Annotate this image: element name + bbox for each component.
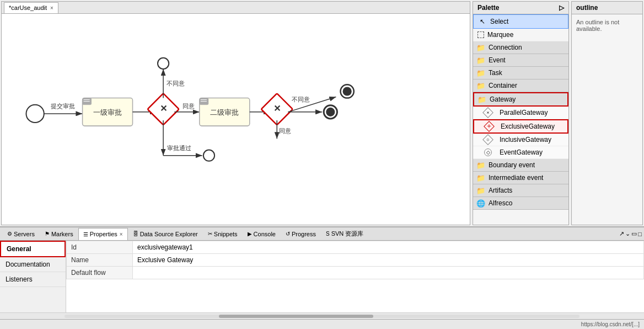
palette-item-event-gateway[interactable]: ◇ EventGateway (473, 146, 568, 159)
section-label-event: Event (489, 56, 506, 64)
tab-snippets[interactable]: ✂ Snippets (203, 228, 243, 240)
props-sidebar-general[interactable]: General (0, 241, 66, 257)
svg-text:提交审批: 提交审批 (51, 103, 75, 109)
tab-datasource[interactable]: 🗄 Data Source Explorer (128, 228, 203, 240)
palette-section-artifacts[interactable]: 📁 Artifacts (473, 184, 568, 197)
section-header-alfresco[interactable]: 🌐 Alfresco (473, 197, 568, 209)
folder-icon-connection: 📁 (476, 43, 485, 52)
scrollbar-thumb[interactable] (219, 315, 373, 318)
palette-section-gateway[interactable]: 📁 Gateway (473, 92, 568, 107)
tab-properties-label: Properties (90, 231, 117, 237)
palette-item-inclusive-gateway[interactable]: ○ InclusiveGateway (473, 134, 568, 146)
panel-toolbar-icon2[interactable]: ⌄ (625, 230, 630, 237)
outline-message: An outline is not available. (576, 19, 619, 32)
section-label-task: Task (489, 69, 502, 77)
snippets-icon: ✂ (208, 231, 212, 237)
svg-text:同意: 同意 (279, 128, 291, 134)
console-icon: ▶ (248, 231, 252, 237)
props-sidebar-listeners[interactable]: Listeners (0, 272, 66, 287)
section-label-artifacts: Artifacts (489, 187, 512, 194)
palette-section-connection[interactable]: 📁 Connection (473, 41, 568, 54)
listeners-label: Listeners (6, 275, 33, 283)
props-input-default-flow[interactable] (137, 269, 639, 277)
editor-tab-label: *carUse_audit (9, 4, 47, 11)
palette-section-alfresco[interactable]: 🌐 Alfresco (473, 197, 568, 210)
props-value-id[interactable] (133, 241, 644, 254)
section-header-connection[interactable]: 📁 Connection (473, 41, 568, 54)
props-main: Id Name Default flow (66, 241, 644, 312)
tab-console[interactable]: ▶ Console (243, 228, 281, 240)
panel-maximize-icon[interactable]: □ (638, 231, 642, 237)
palette-item-marquee[interactable]: Marquee (473, 29, 568, 41)
folder-icon-intermediate: 📁 (476, 173, 485, 182)
documentation-label: Documentation (6, 261, 50, 268)
svg-point-0 (26, 105, 44, 123)
props-row-id: Id (67, 241, 644, 254)
section-header-gateway[interactable]: 📁 Gateway (474, 93, 567, 105)
tab-svn[interactable]: S SVN 资源库 (321, 228, 368, 240)
palette-section-boundary-event[interactable]: 📁 Boundary event (473, 159, 568, 172)
parallel-gateway-icon: + (482, 107, 493, 118)
palette-expand-icon[interactable]: ▷ (559, 4, 564, 12)
folder-icon-boundary: 📁 (476, 161, 485, 169)
section-header-container[interactable]: 📁 Container (473, 79, 568, 92)
tab-properties[interactable]: ☰ Properties × (78, 228, 128, 240)
tab-markers-label: Markers (51, 231, 73, 237)
tab-markers[interactable]: ⚑ Markers (40, 228, 78, 240)
palette-select-label: Select (490, 18, 508, 25)
svg-text:✕: ✕ (160, 103, 167, 113)
properties-close-icon[interactable]: × (120, 231, 123, 237)
event-gateway-icon: ◇ (484, 148, 492, 156)
props-sidebar-documentation[interactable]: Documentation (0, 257, 66, 272)
servers-icon: ⚙ (7, 231, 12, 237)
svg-point-15 (158, 58, 169, 69)
canvas-area[interactable]: 提交审批 一级审批 ✕ 同意 (2, 14, 470, 225)
props-value-name[interactable] (133, 254, 644, 267)
props-table: Id Name Default flow (66, 241, 644, 279)
svg-text:一级审批: 一级审批 (93, 108, 122, 116)
bottom-panel: ⚙ Servers ⚑ Markers ☰ Properties × 🗄 Dat… (0, 226, 644, 319)
folder-icon-event: 📁 (476, 56, 485, 65)
section-header-event[interactable]: 📁 Event (473, 54, 568, 66)
props-input-name[interactable] (137, 256, 639, 264)
tab-progress[interactable]: ↺ Progress (281, 228, 321, 240)
tab-snippets-label: Snippets (214, 231, 238, 237)
tab-datasource-label: Data Source Explorer (140, 231, 198, 237)
folder-icon-gateway: 📁 (477, 95, 486, 104)
status-bar: https://blog.csdn.net/[...] (0, 319, 644, 329)
props-input-id[interactable] (137, 243, 639, 251)
section-header-boundary-event[interactable]: 📁 Boundary event (473, 159, 568, 171)
palette-section-intermediate-event[interactable]: 📁 Intermediate event (473, 172, 568, 184)
palette-section-event[interactable]: 📁 Event (473, 54, 568, 67)
props-value-default-flow[interactable] (133, 267, 644, 279)
tab-servers-label: Servers (14, 231, 35, 237)
panel-toolbar-icon1[interactable]: ↗ (619, 230, 624, 237)
inclusive-gateway-icon: ○ (482, 134, 493, 145)
folder-icon-artifacts: 📁 (476, 186, 485, 195)
tab-console-label: Console (254, 231, 276, 237)
tab-progress-label: Progress (292, 231, 316, 237)
section-header-intermediate-event[interactable]: 📁 Intermediate event (473, 172, 568, 184)
folder-icon-task: 📁 (476, 68, 485, 77)
palette-section-task[interactable]: 📁 Task (473, 67, 568, 79)
palette-marquee-label: Marquee (487, 31, 513, 39)
palette-pane: Palette ▷ ↖ Select Marquee 📁 Connection (473, 1, 569, 225)
panel-minimize-icon[interactable]: ▭ (631, 230, 637, 237)
props-row-default-flow: Default flow (67, 267, 644, 279)
section-label-intermediate-event: Intermediate event (489, 174, 543, 182)
scrollbar-area[interactable] (0, 312, 644, 319)
alfresco-icon: 🌐 (476, 199, 485, 208)
exclusive-gateway-icon: ✕ (484, 121, 495, 132)
palette-item-select[interactable]: ↖ Select (473, 14, 568, 29)
palette-item-parallel-gateway[interactable]: + ParallelGateway (473, 107, 568, 119)
section-label-boundary-event: Boundary event (489, 161, 535, 169)
scrollbar-track (65, 315, 579, 318)
palette-item-exclusive-gateway[interactable]: ✕ ExclusiveGateway (473, 119, 568, 134)
editor-tab-close[interactable]: × (50, 5, 53, 11)
section-header-artifacts[interactable]: 📁 Artifacts (473, 184, 568, 197)
palette-section-container[interactable]: 📁 Container (473, 79, 568, 92)
section-header-task[interactable]: 📁 Task (473, 67, 568, 79)
svg-point-30 (326, 108, 335, 116)
tab-servers[interactable]: ⚙ Servers (2, 228, 40, 240)
editor-tab[interactable]: *carUse_audit × (4, 2, 58, 13)
